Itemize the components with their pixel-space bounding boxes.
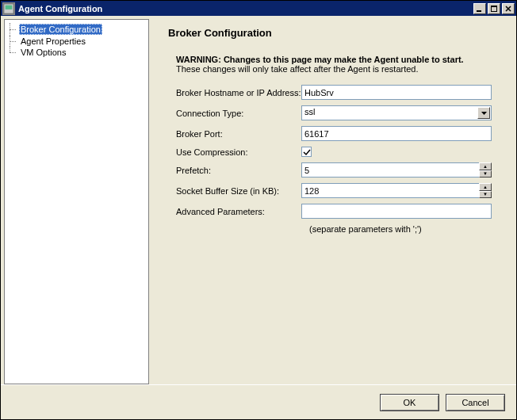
- content-area: Broker Configuration Agent Properties VM…: [1, 16, 516, 384]
- label-prefetch: Prefetch:: [168, 166, 301, 175]
- label-socket-buffer: Socket Buffer Size (in KB):: [168, 186, 301, 196]
- use-compression-checkbox[interactable]: [301, 147, 312, 157]
- spinner-down-button[interactable]: ▼: [479, 170, 492, 178]
- row-broker-host: Broker Hostname or IP Address:: [168, 85, 494, 100]
- row-advanced-params: Advanced Parameters:: [168, 204, 494, 219]
- svg-rect-2: [477, 10, 481, 12]
- sidebar-item-label: VM Options: [19, 48, 67, 57]
- prefetch-spinner[interactable]: ▲ ▼: [301, 162, 492, 178]
- window-title: Agent Configuration: [18, 4, 472, 13]
- main-panel: Broker Configuration WARNING: Changes to…: [149, 19, 513, 384]
- ok-button[interactable]: OK: [380, 394, 439, 411]
- sidebar-item-vm-options[interactable]: VM Options: [5, 47, 148, 58]
- socket-buffer-input[interactable]: [301, 183, 480, 198]
- sidebar-item-label: Agent Properties: [19, 36, 87, 46]
- titlebar: Agent Configuration: [1, 1, 516, 16]
- prefetch-input[interactable]: [301, 162, 480, 178]
- label-broker-port: Broker Port:: [168, 129, 301, 139]
- socket-buffer-spinner[interactable]: ▲ ▼: [301, 183, 492, 198]
- svg-rect-4: [491, 6, 497, 7]
- connection-type-select[interactable]: ssl: [301, 105, 492, 120]
- svg-rect-1: [6, 5, 13, 9]
- sidebar-item-label: Broker Configuration: [19, 24, 102, 35]
- advanced-params-input[interactable]: [301, 204, 492, 219]
- broker-host-input[interactable]: [301, 85, 492, 100]
- row-socket-buffer: Socket Buffer Size (in KB): ▲ ▼: [168, 183, 494, 198]
- row-connection-type: Connection Type: ssl: [168, 105, 494, 120]
- spinner-down-button[interactable]: ▼: [479, 191, 492, 199]
- footer-buttons: OK Cancel: [1, 384, 516, 419]
- page-title: Broker Configuration: [168, 27, 494, 39]
- label-connection-type: Connection Type:: [168, 109, 301, 118]
- broker-port-input[interactable]: [301, 126, 492, 141]
- row-use-compression: Use Compression:: [168, 147, 494, 157]
- close-button[interactable]: [502, 3, 515, 14]
- row-prefetch: Prefetch: ▲ ▼: [168, 162, 494, 178]
- warning-text: WARNING: Changes to this page may make t…: [176, 55, 494, 64]
- check-icon: [303, 148, 311, 156]
- window-buttons: [472, 3, 515, 14]
- sidebar-tree[interactable]: Broker Configuration Agent Properties VM…: [4, 19, 149, 384]
- spinner-buttons: ▲ ▼: [479, 183, 492, 198]
- label-broker-host: Broker Hostname or IP Address:: [168, 88, 301, 97]
- warning-note: These changes will only take affect afte…: [176, 64, 494, 74]
- connection-type-value: ssl: [302, 106, 477, 120]
- minimize-button[interactable]: [473, 3, 486, 14]
- spinner-up-button[interactable]: ▲: [479, 183, 492, 191]
- sidebar-item-agent-properties[interactable]: Agent Properties: [5, 36, 148, 47]
- spinner-buttons: ▲ ▼: [479, 162, 492, 178]
- row-broker-port: Broker Port:: [168, 126, 494, 141]
- sidebar-item-broker-configuration[interactable]: Broker Configuration: [5, 23, 148, 36]
- chevron-down-icon[interactable]: [477, 107, 490, 119]
- warning-block: WARNING: Changes to this page may make t…: [176, 55, 494, 74]
- maximize-button[interactable]: [488, 3, 500, 14]
- spinner-up-button[interactable]: ▲: [479, 162, 492, 170]
- app-icon: [2, 2, 15, 15]
- label-advanced-params: Advanced Parameters:: [168, 207, 301, 216]
- advanced-params-hint: (separate parameters with ';'): [168, 224, 494, 234]
- label-use-compression: Use Compression:: [168, 147, 301, 157]
- cancel-button[interactable]: Cancel: [446, 394, 505, 411]
